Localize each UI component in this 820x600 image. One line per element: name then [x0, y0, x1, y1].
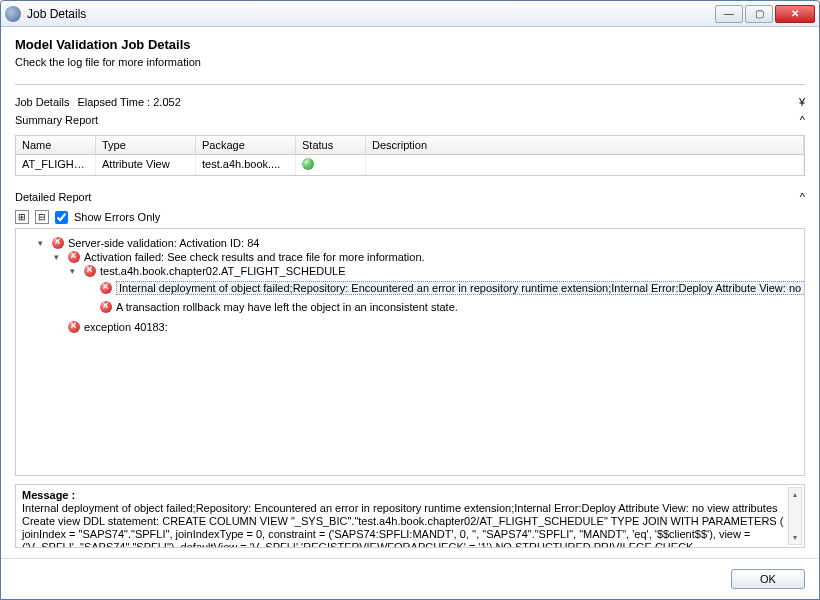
scroll-up-icon[interactable]: ▴	[793, 488, 797, 501]
col-status[interactable]: Status	[296, 136, 366, 154]
tree-node[interactable]: Server-side validation: Activation ID: 8…	[68, 237, 259, 249]
window-title: Job Details	[27, 7, 715, 21]
scrollbar[interactable]: ▴▾	[788, 487, 802, 545]
dialog-footer: OK	[1, 558, 819, 599]
disclose-icon[interactable]: ▾	[70, 266, 80, 276]
show-errors-checkbox[interactable]	[55, 211, 68, 224]
chevron-up-icon: ^	[800, 191, 805, 203]
cell-description	[366, 155, 804, 175]
error-icon	[68, 321, 80, 333]
chevron-down-icon: ¥	[799, 96, 805, 108]
message-box: Message : Internal deployment of object …	[15, 484, 805, 548]
error-icon	[100, 282, 112, 294]
disclose-icon[interactable]: ▾	[54, 252, 64, 262]
page-title: Model Validation Job Details	[15, 37, 805, 52]
tree-node[interactable]: Activation failed: See check results and…	[84, 251, 425, 263]
detailed-section-header[interactable]: Detailed Report ^	[15, 188, 805, 206]
col-description[interactable]: Description	[366, 136, 804, 154]
tree-node[interactable]: test.a4h.book.chapter02.AT_FLIGHT_SCHEDU…	[100, 265, 346, 277]
titlebar[interactable]: Job Details — ▢ ✕	[1, 1, 819, 27]
table-header: Name Type Package Status Description	[16, 136, 804, 155]
chevron-up-icon: ^	[800, 114, 805, 126]
tree-node[interactable]: exception 40183:	[84, 321, 168, 333]
message-label: Message :	[22, 489, 798, 502]
tree-node-selected[interactable]: Internal deployment of object failed;Rep…	[116, 281, 805, 295]
detailed-tree[interactable]: ▾Server-side validation: Activation ID: …	[15, 228, 805, 476]
close-button[interactable]: ✕	[775, 5, 815, 23]
tree-node[interactable]: A transaction rollback may have left the…	[116, 301, 458, 313]
cell-type: Attribute View	[96, 155, 196, 175]
detailed-label: Detailed Report	[15, 191, 91, 203]
expand-all-button[interactable]: ⊞	[15, 210, 29, 224]
message-body[interactable]: Internal deployment of object failed;Rep…	[22, 502, 798, 548]
status-ok-icon	[302, 158, 314, 170]
error-icon	[100, 301, 112, 313]
minimize-button[interactable]: —	[715, 5, 743, 23]
summary-section-header[interactable]: Summary Report ^	[15, 111, 805, 129]
summary-label: Summary Report	[15, 114, 98, 126]
elapsed-time: Elapsed Time : 2.052	[77, 96, 180, 108]
scroll-down-icon[interactable]: ▾	[793, 531, 797, 544]
disclose-icon[interactable]: ▾	[38, 238, 48, 248]
maximize-button[interactable]: ▢	[745, 5, 773, 23]
job-details-section-header[interactable]: Job Details Elapsed Time : 2.052 ¥	[15, 93, 805, 111]
error-icon	[52, 237, 64, 249]
cell-name: AT_FLIGHT_S...	[16, 155, 96, 175]
col-package[interactable]: Package	[196, 136, 296, 154]
table-row[interactable]: AT_FLIGHT_S... Attribute View test.a4h.b…	[16, 155, 804, 175]
cell-status	[296, 155, 366, 175]
error-icon	[68, 251, 80, 263]
job-details-label: Job Details	[15, 96, 69, 108]
divider	[15, 84, 805, 85]
col-type[interactable]: Type	[96, 136, 196, 154]
error-icon	[84, 265, 96, 277]
window-buttons: — ▢ ✕	[715, 5, 815, 23]
dialog-content: Model Validation Job Details Check the l…	[1, 27, 819, 558]
app-icon	[5, 6, 21, 22]
cell-package: test.a4h.book....	[196, 155, 296, 175]
tree-controls: ⊞ ⊟ Show Errors Only	[15, 206, 805, 228]
collapse-all-button[interactable]: ⊟	[35, 210, 49, 224]
dialog-window: Job Details — ▢ ✕ Model Validation Job D…	[0, 0, 820, 600]
summary-table: Name Type Package Status Description AT_…	[15, 135, 805, 176]
ok-button[interactable]: OK	[731, 569, 805, 589]
show-errors-label: Show Errors Only	[74, 211, 160, 223]
col-name[interactable]: Name	[16, 136, 96, 154]
page-subtitle: Check the log file for more information	[15, 56, 805, 68]
